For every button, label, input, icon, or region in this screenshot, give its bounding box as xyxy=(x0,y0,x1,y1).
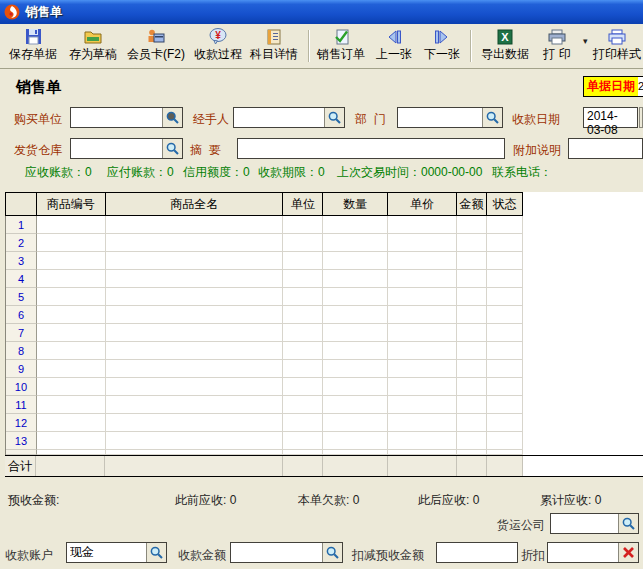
grid-cell[interactable] xyxy=(283,342,323,360)
grid-cell[interactable] xyxy=(37,270,106,288)
grid-cell[interactable] xyxy=(487,378,523,396)
grid-cell[interactable] xyxy=(388,216,457,234)
department-input[interactable] xyxy=(398,108,482,127)
summary-input[interactable] xyxy=(238,139,504,158)
doc-date-badge[interactable]: 单据日期 xyxy=(583,76,639,97)
grid-cell[interactable] xyxy=(323,324,388,342)
deduct-prepaid-input[interactable] xyxy=(437,543,517,562)
row-number-cell[interactable]: 9 xyxy=(6,360,37,378)
row-number-cell[interactable]: 13 xyxy=(6,432,37,450)
grid-cell[interactable] xyxy=(106,306,284,324)
grid-cell[interactable] xyxy=(487,342,523,360)
grid-cell[interactable] xyxy=(283,216,323,234)
grid-cell[interactable] xyxy=(323,360,388,378)
grid-cell[interactable] xyxy=(37,306,106,324)
freight-lookup-button[interactable] xyxy=(618,514,638,533)
grid-cell[interactable] xyxy=(37,342,106,360)
grid-cell[interactable] xyxy=(388,306,457,324)
grid-cell[interactable] xyxy=(283,324,323,342)
grid-cell[interactable] xyxy=(323,288,388,306)
grid-cell[interactable] xyxy=(283,378,323,396)
grid-cell[interactable] xyxy=(388,414,457,432)
grid-cell[interactable] xyxy=(37,234,106,252)
grid-cell[interactable] xyxy=(106,234,284,252)
grid-cell[interactable] xyxy=(388,342,457,360)
grid-cell[interactable] xyxy=(457,306,487,324)
row-number-cell[interactable]: 6 xyxy=(6,306,37,324)
grid-cell[interactable] xyxy=(457,414,487,432)
grid-cell[interactable] xyxy=(388,252,457,270)
grid-cell[interactable] xyxy=(106,360,284,378)
grid-cell[interactable] xyxy=(106,414,284,432)
grid-cell[interactable] xyxy=(283,396,323,414)
grid-cell[interactable] xyxy=(487,306,523,324)
buyer-lookup-button[interactable] xyxy=(162,108,182,127)
grid-cell[interactable] xyxy=(388,324,457,342)
grid-cell[interactable] xyxy=(457,342,487,360)
grid-cell[interactable] xyxy=(457,288,487,306)
grid-cell[interactable] xyxy=(487,288,523,306)
grid-cell[interactable] xyxy=(106,342,284,360)
grid-cell[interactable] xyxy=(457,252,487,270)
row-number-cell[interactable]: 2 xyxy=(6,234,37,252)
grid-cell[interactable] xyxy=(487,216,523,234)
row-number-cell[interactable]: 1 xyxy=(6,216,37,234)
grid-cell[interactable] xyxy=(106,378,284,396)
sales-order-button[interactable]: 销售订单 xyxy=(314,27,368,65)
grid-cell[interactable] xyxy=(388,432,457,450)
subject-detail-button[interactable]: 科目详情 xyxy=(246,27,302,65)
grid-cell[interactable] xyxy=(37,378,106,396)
freight-input[interactable] xyxy=(551,514,618,533)
grid-cell[interactable] xyxy=(37,360,106,378)
grid-cell[interactable] xyxy=(283,234,323,252)
member-card-button[interactable]: 会员卡(F2) xyxy=(124,27,188,65)
grid-cell[interactable] xyxy=(323,234,388,252)
grid-cell[interactable] xyxy=(106,396,284,414)
grid-cell[interactable] xyxy=(388,378,457,396)
row-number-cell[interactable]: 10 xyxy=(6,378,37,396)
row-number-cell[interactable]: 3 xyxy=(6,252,37,270)
grid-cell[interactable] xyxy=(37,216,106,234)
grid-cell[interactable] xyxy=(323,414,388,432)
warehouse-lookup-button[interactable] xyxy=(162,139,182,158)
row-number-cell[interactable]: 11 xyxy=(6,396,37,414)
grid-cell[interactable] xyxy=(487,252,523,270)
account-lookup-button[interactable] xyxy=(146,543,166,562)
grid-cell[interactable] xyxy=(388,234,457,252)
grid-cell[interactable] xyxy=(283,288,323,306)
grid-cell[interactable] xyxy=(37,396,106,414)
grid-cell[interactable] xyxy=(487,432,523,450)
grid-cell[interactable] xyxy=(457,378,487,396)
grid-cell[interactable] xyxy=(487,270,523,288)
print-dropdown-arrow[interactable]: ▾ xyxy=(583,36,588,46)
save-draft-button[interactable]: 存为草稿 xyxy=(64,27,122,65)
warehouse-input[interactable] xyxy=(71,139,162,158)
save-button[interactable]: 保存单据 xyxy=(4,27,62,65)
grid-cell[interactable] xyxy=(323,432,388,450)
grid-cell[interactable] xyxy=(487,414,523,432)
handler-input[interactable] xyxy=(234,108,324,127)
grid-cell[interactable] xyxy=(487,396,523,414)
grid-cell[interactable] xyxy=(37,252,106,270)
grid-cell[interactable] xyxy=(323,378,388,396)
grid-cell[interactable] xyxy=(283,360,323,378)
row-number-cell[interactable]: 12 xyxy=(6,414,37,432)
grid-cell[interactable] xyxy=(388,396,457,414)
grid-cell[interactable] xyxy=(457,432,487,450)
grid-cell[interactable] xyxy=(457,360,487,378)
payment-process-button[interactable]: ¥ 收款过程 xyxy=(190,27,246,65)
grid-cell[interactable] xyxy=(457,396,487,414)
grid-cell[interactable] xyxy=(283,270,323,288)
grid-cell[interactable] xyxy=(323,216,388,234)
row-number-cell[interactable]: 7 xyxy=(6,324,37,342)
grid-cell[interactable] xyxy=(106,432,284,450)
grid-cell[interactable] xyxy=(37,288,106,306)
grid-cell[interactable] xyxy=(487,324,523,342)
amount-input[interactable] xyxy=(231,543,322,562)
discount-clear-button[interactable] xyxy=(618,543,638,562)
grid-cell[interactable] xyxy=(323,252,388,270)
grid-cell[interactable] xyxy=(37,432,106,450)
grid-cell[interactable] xyxy=(487,360,523,378)
grid-cell[interactable] xyxy=(457,234,487,252)
print-style-button[interactable]: 打印样式 xyxy=(592,27,642,65)
